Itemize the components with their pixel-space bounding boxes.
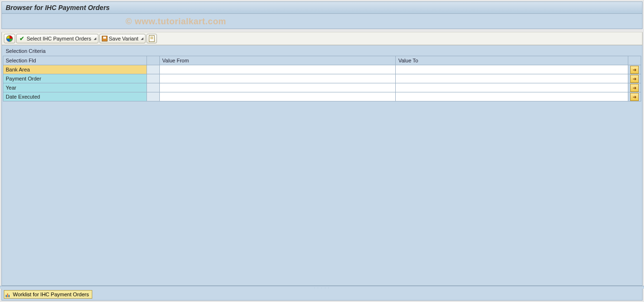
select-orders-label: Select IHC Payment Orders [27, 36, 91, 41]
row-option-button[interactable] [146, 74, 159, 83]
bottom-panel: Worklist for IHC Payment Orders [1, 289, 643, 301]
value-from-input[interactable] [160, 84, 395, 92]
cell-more: ➜ [628, 65, 641, 74]
app-menu-button[interactable] [4, 34, 15, 43]
sub-title-bar: © www.tutorialkart.com [1, 14, 643, 29]
col-spacer [146, 56, 159, 65]
value-from-input[interactable] [160, 66, 395, 74]
cell-more: ➜ [628, 92, 641, 101]
value-to-input[interactable] [396, 93, 627, 101]
cell-from [160, 83, 396, 92]
value-from-input[interactable] [160, 75, 395, 83]
cell-to [396, 65, 628, 74]
col-selection-fld: Selection Fld [3, 56, 147, 65]
col-more [628, 56, 641, 65]
grid-row: Year ➜ [3, 83, 641, 92]
multiple-selection-button[interactable]: ➜ [630, 84, 639, 92]
cell-to [396, 83, 628, 92]
col-value-from: Value From [160, 56, 396, 65]
cell-to [396, 92, 628, 101]
multiple-selection-button[interactable]: ➜ [630, 75, 639, 83]
dropdown-arrow-icon: ◢ [94, 37, 96, 40]
value-to-input[interactable] [396, 75, 627, 83]
worklist-tab[interactable]: Worklist for IHC Payment Orders [4, 290, 92, 299]
title-bar: Browser for IHC Payment Orders [1, 1, 643, 14]
row-option-button[interactable] [146, 65, 159, 74]
value-to-input[interactable] [396, 84, 627, 92]
row-label[interactable]: Year [3, 83, 147, 92]
cell-from [160, 65, 396, 74]
page-title: Browser for IHC Payment Orders [6, 4, 110, 11]
row-label[interactable]: Bank Area [3, 65, 147, 74]
row-option-button[interactable] [146, 92, 159, 101]
layout-button[interactable] [146, 34, 157, 43]
row-label[interactable]: Date Executed [3, 92, 147, 101]
multiple-selection-button[interactable]: ➜ [630, 66, 639, 74]
content-area: Selection Criteria Selection Fld Value F… [1, 45, 643, 286]
check-icon: ✔ [19, 35, 25, 42]
worklist-icon [6, 292, 11, 297]
cell-to [396, 74, 628, 83]
watermark-text: © www.tutorialkart.com [126, 17, 226, 27]
selection-grid: Selection Fld Value From Value To Bank A… [3, 56, 641, 101]
col-value-to: Value To [396, 56, 628, 65]
save-icon [102, 36, 107, 41]
cell-from [160, 74, 396, 83]
selection-criteria-label: Selection Criteria [3, 47, 641, 56]
save-variant-label: Save Variant [109, 36, 138, 41]
grid-row: Bank Area ➜ [3, 65, 641, 74]
cell-more: ➜ [628, 83, 641, 92]
value-from-input[interactable] [160, 93, 395, 101]
grid-header-row: Selection Fld Value From Value To [3, 56, 641, 65]
dropdown-arrow-icon: ◢ [141, 37, 143, 40]
cell-more: ➜ [628, 74, 641, 83]
row-option-button[interactable] [146, 83, 159, 92]
app-menu-icon [6, 35, 13, 42]
cell-from [160, 92, 396, 101]
worklist-tab-label: Worklist for IHC Payment Orders [13, 292, 89, 297]
grid-row: Date Executed ➜ [3, 92, 641, 101]
row-label[interactable]: Payment Order [3, 74, 147, 83]
select-orders-button[interactable]: ✔ Select IHC Payment Orders ◢ [16, 34, 98, 43]
save-variant-button[interactable]: Save Variant ◢ [99, 34, 146, 43]
grid-row: Payment Order ➜ [3, 74, 641, 83]
multiple-selection-button[interactable]: ➜ [630, 93, 639, 101]
page-icon [149, 35, 155, 42]
toolbar: ✔ Select IHC Payment Orders ◢ Save Varia… [1, 32, 643, 45]
value-to-input[interactable] [396, 66, 627, 74]
